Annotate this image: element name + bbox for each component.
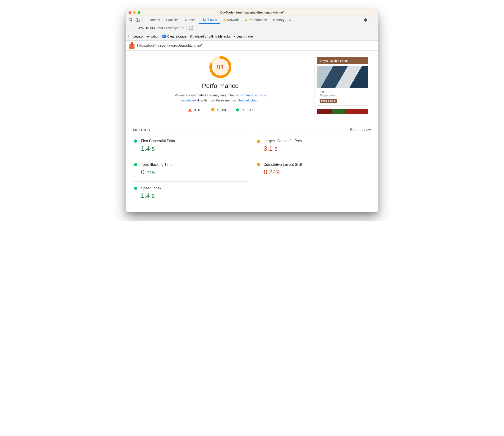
tab-label: Memory	[273, 18, 284, 22]
metric-lcp[interactable]: Largest Contentful Paint 3.1 s	[256, 134, 371, 158]
close-window-button[interactable]	[128, 11, 131, 14]
preview-card-title: Fesh	[320, 90, 366, 93]
zoom-window-button[interactable]	[138, 11, 140, 14]
performance-score: 81	[217, 63, 224, 71]
metric-name: Speed Index	[141, 186, 162, 190]
kebab-menu-icon[interactable]: ⋮	[370, 17, 376, 23]
checkbox-label: Legacy navigation	[133, 35, 159, 38]
metric-name: Total Blocking Time	[141, 163, 173, 167]
score-column: 81 Performance Values are estimated and …	[133, 55, 312, 116]
triangle-red-icon	[188, 108, 192, 111]
lighthouse-toolbar: + 4:57:16 PM - foul-heavenly-di ▼	[126, 24, 378, 32]
lighthouse-icon	[129, 42, 135, 49]
caret-down-icon: ▼	[233, 35, 236, 38]
tab-label: Performance	[248, 18, 267, 22]
metric-name: First Contentful Paint	[141, 139, 175, 143]
circle-green-icon	[134, 187, 137, 190]
checkbox-checked-icon	[162, 35, 166, 38]
warning-icon	[245, 19, 247, 21]
tab-sources[interactable]: Sources	[181, 16, 198, 24]
performance-title: Performance	[202, 82, 238, 90]
legend-label: 0–49	[194, 108, 201, 112]
square-orange-icon	[211, 108, 214, 111]
report-menu-icon[interactable]: ⋮	[370, 43, 375, 48]
report-dropdown-label: 4:57:16 PM - foul-heavenly-di	[138, 26, 180, 30]
metric-si[interactable]: Speed Index 1.4 s	[133, 181, 248, 205]
see-calculator-link[interactable]: See calculator.	[238, 99, 259, 102]
tab-elements[interactable]: Elements	[144, 16, 163, 24]
circle-green-icon	[236, 108, 239, 111]
performance-subtitle: Values are estimated and may vary. The p…	[171, 93, 270, 103]
legend-fail: 0–49	[188, 108, 201, 112]
metrics-heading: METRICS	[133, 128, 150, 132]
tab-label: Sources	[184, 18, 195, 22]
tab-label: Network	[227, 18, 239, 22]
lighthouse-settings-bar: Legacy navigation Clear storage Simulate…	[126, 32, 378, 41]
metrics-header: METRICS Expand view	[133, 128, 371, 134]
warning-icon	[223, 19, 226, 21]
separator	[142, 18, 143, 22]
tab-label: Elements	[147, 18, 160, 22]
legend-label: 50–89	[217, 108, 226, 112]
caret-down-icon: ▼	[182, 27, 184, 29]
panel-tabs: Elements Console Sources Lighthouse Netw…	[126, 16, 378, 24]
circle-green-icon	[134, 139, 137, 143]
square-orange-icon	[257, 140, 260, 143]
devtools-window: DevTools - foul-heavenly-direction.glitc…	[126, 9, 378, 212]
metric-value: 0.249	[264, 169, 370, 176]
legend-label: 90–100	[241, 108, 252, 112]
metric-value: 3.1 s	[264, 145, 370, 152]
subtitle-text: Values are estimated and may vary. The	[175, 93, 235, 97]
metric-tbt[interactable]: Total Blocking Time 0 ms	[133, 158, 248, 181]
more-tabs-button[interactable]: »	[288, 18, 292, 22]
report-url-row: https://foul-heavenly-direction.glitch.m…	[126, 41, 378, 51]
throttling-label: Simulated throttling (default)	[190, 35, 230, 38]
legend-average: 50–89	[211, 108, 226, 112]
preview-image	[317, 66, 368, 88]
settings-gear-icon[interactable]	[362, 17, 369, 23]
tab-label: Console	[166, 18, 178, 22]
legacy-navigation-checkbox[interactable]: Legacy navigation	[128, 35, 159, 38]
tab-memory[interactable]: Memory	[270, 16, 287, 24]
legend-pass: 90–100	[236, 108, 252, 112]
preview-header: Tony's Favorite Foods	[317, 57, 368, 64]
page-screenshot-preview: Tony's Favorite Foods Fesh Salty goodnes…	[314, 55, 371, 116]
report-dropdown[interactable]: 4:57:16 PM - foul-heavenly-di ▼	[136, 24, 186, 32]
window-controls	[128, 11, 140, 14]
tab-performance[interactable]: Performance	[242, 16, 270, 24]
minimize-window-button[interactable]	[133, 11, 136, 14]
tab-label: Lighthouse	[201, 18, 217, 21]
performance-gauge: 81	[209, 56, 231, 78]
preview-card-subtitle: Salty goodness	[320, 94, 366, 97]
lighthouse-report: 81 Performance Values are estimated and …	[126, 51, 378, 212]
inspect-element-icon[interactable]	[128, 17, 134, 23]
preview-image-strip	[317, 109, 368, 114]
checkbox-label: Clear storage	[167, 35, 186, 38]
learn-more-link[interactable]: Learn more	[236, 35, 253, 38]
expand-view-button[interactable]: Expand view	[350, 128, 371, 132]
metrics-grid: First Contentful Paint 1.4 s Largest Con…	[133, 134, 371, 205]
metric-value: 1.4 s	[141, 145, 247, 152]
throttling-dropdown[interactable]: ▼Learn more	[233, 35, 253, 38]
circle-green-icon	[134, 163, 137, 166]
metric-name: Cumulative Layout Shift	[264, 163, 302, 167]
metric-cls[interactable]: Cumulative Layout Shift 0.249	[256, 158, 371, 181]
tab-console[interactable]: Console	[163, 16, 180, 24]
device-toolbar-icon[interactable]	[135, 17, 141, 23]
preview-card-button: PROS & CONS	[320, 99, 337, 103]
metric-value: 0 ms	[141, 169, 247, 176]
score-legend: 0–49 50–89 90–100	[188, 108, 253, 112]
metric-fcp[interactable]: First Contentful Paint 1.4 s	[133, 134, 248, 158]
tab-lighthouse[interactable]: Lighthouse	[199, 16, 220, 24]
window-title: DevTools - foul-heavenly-direction.glitc…	[126, 11, 378, 14]
new-report-button[interactable]: +	[128, 26, 134, 30]
clear-storage-checkbox[interactable]: Clear storage	[162, 35, 186, 38]
subtitle-text: directly from these metrics.	[196, 99, 238, 102]
metric-name: Largest Contentful Paint	[264, 139, 303, 143]
tab-network[interactable]: Network	[220, 16, 241, 24]
clear-all-icon[interactable]	[189, 26, 193, 30]
metric-value: 1.4 s	[141, 192, 247, 200]
square-orange-icon	[257, 163, 260, 166]
report-url: https://foul-heavenly-direction.glitch.m…	[137, 44, 202, 48]
svg-rect-2	[137, 19, 139, 21]
